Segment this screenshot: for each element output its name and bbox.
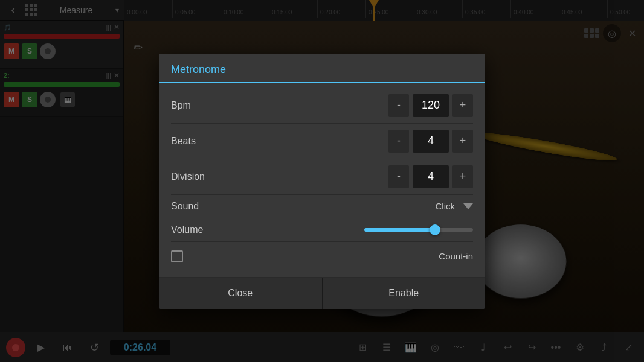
division-row: Division - 4 + xyxy=(171,159,473,195)
beats-control: - 4 + xyxy=(388,130,473,153)
countin-checkbox[interactable] xyxy=(171,250,183,262)
beats-value-display: 4 xyxy=(413,130,449,153)
volume-row: Volume xyxy=(171,218,473,242)
beats-minus-button[interactable]: - xyxy=(388,130,409,153)
division-value-display: 4 xyxy=(413,165,449,188)
modal-title: Metronome xyxy=(171,63,226,75)
division-label: Division xyxy=(171,171,388,182)
modal-footer: Close Enable xyxy=(159,277,485,309)
sound-dropdown-arrow-icon xyxy=(463,203,473,209)
enable-button[interactable]: Enable xyxy=(323,278,486,309)
beats-plus-button[interactable]: + xyxy=(452,130,473,153)
beats-row: Beats - 4 + xyxy=(171,124,473,159)
bpm-control: - 120 + xyxy=(388,94,473,117)
volume-slider[interactable] xyxy=(364,228,473,232)
modal-header: Metronome xyxy=(159,54,485,83)
volume-label: Volume xyxy=(171,224,364,235)
sound-row: Sound Click xyxy=(171,195,473,218)
beats-label: Beats xyxy=(171,136,388,147)
division-control: - 4 + xyxy=(388,165,473,188)
bpm-row: Bpm - 120 + xyxy=(171,88,473,124)
modal-overlay: Metronome Bpm - 120 + Beats - 4 + xyxy=(0,0,644,362)
sound-label: Sound xyxy=(171,201,436,212)
division-plus-button[interactable]: + xyxy=(452,165,473,188)
bpm-plus-button[interactable]: + xyxy=(452,94,473,117)
modal-body: Bpm - 120 + Beats - 4 + Division xyxy=(159,83,485,277)
volume-fill xyxy=(364,228,435,232)
metronome-modal: Metronome Bpm - 120 + Beats - 4 + xyxy=(159,54,485,309)
sound-value-display: Click xyxy=(436,201,460,211)
bpm-value-display: 120 xyxy=(413,94,449,117)
sound-control[interactable]: Click xyxy=(436,201,474,211)
bpm-label: Bpm xyxy=(171,100,388,111)
volume-control xyxy=(364,228,473,232)
countin-label: Count-in xyxy=(439,251,473,261)
volume-thumb[interactable] xyxy=(430,224,440,235)
bpm-minus-button[interactable]: - xyxy=(388,94,409,117)
division-minus-button[interactable]: - xyxy=(388,165,409,188)
close-button[interactable]: Close xyxy=(159,278,323,309)
countin-row: Count-in xyxy=(171,242,473,267)
